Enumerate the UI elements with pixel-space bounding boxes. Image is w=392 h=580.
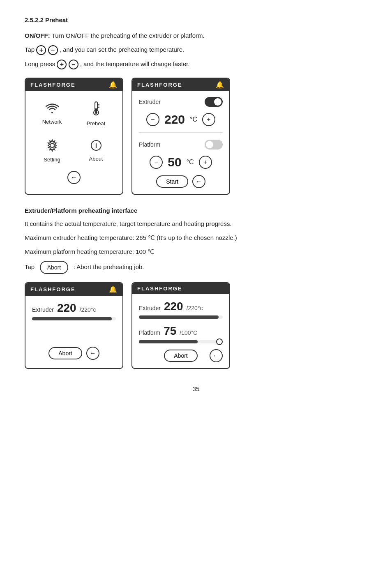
tap-prefix: Tap	[25, 46, 35, 53]
abort-button-1[interactable]: Abort	[48, 347, 82, 359]
progress-device-2: FLASHFORGE Extruder 220 /220°c Platform …	[131, 282, 230, 369]
platform-temp-row: − 50 °C +	[139, 155, 223, 169]
progress-device-1-body: Extruder 220 /220°c Abort ←	[25, 296, 122, 366]
extruder-current-p2: 220	[164, 300, 183, 313]
plus-circle: +	[36, 45, 46, 55]
progress-brand-2: FLASHFORGE	[137, 285, 182, 292]
divider	[139, 132, 223, 133]
section-title: 2.5.2.2 Preheat	[25, 16, 367, 23]
on-off-para: ON/OFF: Turn ON/OFF the preheating of th…	[25, 31, 367, 41]
minus-circle-2: −	[69, 60, 78, 69]
back-btn-row: ←	[32, 171, 116, 184]
page-number: 35	[25, 385, 367, 392]
tap-abort-prefix: Tap	[25, 263, 35, 270]
start-button[interactable]: Start	[156, 175, 188, 188]
menu-brand: FLASHFORGE	[30, 82, 76, 88]
extruder-plus-btn[interactable]: +	[202, 113, 215, 126]
platform-progress-row-2: Platform 75 /100°C	[139, 325, 223, 338]
abort-button-2[interactable]: Abort	[164, 350, 197, 362]
extruder-label-p1: Extruder	[32, 306, 54, 313]
extruder-progress-bar-1	[32, 317, 116, 320]
abort-inline-btn: Abort	[40, 261, 68, 274]
preheat-brand: FLASHFORGE	[137, 82, 182, 88]
extruder-progress-row-2: Extruder 220 /220°c	[139, 300, 223, 313]
back-button-p2[interactable]: ←	[210, 349, 223, 362]
back-button-preheat[interactable]: ←	[192, 175, 205, 188]
wifi-icon	[46, 103, 59, 117]
bell-icon-2: 🔔	[216, 81, 224, 89]
extruder-progress-row-1: Extruder 220 /220°c	[32, 302, 116, 315]
progress-device-2-body: Extruder 220 /220°c Platform 75 /100°C A…	[132, 294, 229, 368]
menu-grid: Network Preheat	[32, 97, 116, 167]
thermometer-icon	[91, 101, 101, 119]
on-off-label: ON/OFF:	[25, 32, 50, 39]
platform-progress-knob	[216, 338, 223, 345]
extruder-toggle[interactable]	[205, 97, 223, 107]
plus-circle-2: +	[57, 60, 67, 69]
progress-brand-1: FLASHFORGE	[30, 286, 76, 292]
devices-row-1: FLASHFORGE 🔔 Network	[25, 78, 367, 195]
bell-icon-3: 🔔	[109, 285, 118, 293]
desc1: It contains the actual temperature, targ…	[25, 219, 367, 229]
extruder-progress-fill-2	[139, 315, 219, 319]
menu-device-header: FLASHFORGE 🔔	[25, 78, 122, 91]
desc3: Maximum platform heating temperature: 10…	[25, 247, 367, 257]
sub-section-title: Extruder/Platform preheating interface	[25, 207, 367, 214]
svg-point-7	[50, 143, 54, 147]
progress-device-1: FLASHFORGE 🔔 Extruder 220 /220°c Abort ←	[25, 282, 123, 369]
extruder-target-p1: /220°c	[80, 306, 96, 313]
menu-item-network[interactable]: Network	[32, 97, 72, 131]
platform-plus-btn[interactable]: +	[199, 156, 212, 169]
info-icon: i	[90, 140, 102, 154]
abort-suffix: : Abort the preheating job.	[74, 263, 144, 270]
progress-device-2-header: FLASHFORGE	[132, 283, 229, 294]
extruder-label-p2: Extruder	[139, 305, 161, 311]
gear-icon	[46, 139, 59, 155]
svg-point-6	[95, 111, 97, 114]
platform-current-p2: 75	[164, 325, 176, 338]
bell-icon: 🔔	[109, 81, 118, 89]
desc2: Maximum extruder heating temperature: 26…	[25, 233, 367, 243]
long-press-text: , and the temperature will change faster…	[80, 60, 190, 67]
minus-circle: −	[48, 45, 58, 55]
platform-progress-fill-2	[139, 340, 198, 343]
extruder-minus-btn[interactable]: −	[146, 113, 159, 126]
preheat-settings-device: FLASHFORGE 🔔 Extruder − 220 °C + Platfor…	[131, 78, 230, 195]
tap-text: , and you can set the preheating tempera…	[60, 46, 184, 53]
back-button-p1[interactable]: ←	[86, 347, 99, 360]
preheat-device-body: Extruder − 220 °C + Platform − 50 °C +	[132, 91, 229, 194]
svg-text:i: i	[95, 142, 97, 149]
extruder-current-p1: 220	[57, 302, 76, 315]
extruder-progress-fill-1	[32, 317, 112, 320]
extruder-label: Extruder	[139, 99, 161, 105]
tap-line: Tap + − , and you can set the preheating…	[25, 45, 367, 55]
menu-device-body: Network Preheat	[25, 91, 122, 190]
platform-progress-bar-2	[139, 340, 223, 343]
platform-temp-unit: °C	[187, 159, 194, 166]
extruder-temp-unit: °C	[190, 116, 197, 123]
menu-label-network: Network	[42, 119, 62, 125]
long-prefix: Long press	[25, 60, 55, 67]
back-button-menu[interactable]: ←	[67, 171, 81, 184]
on-off-text: Turn ON/OFF the preheating of the extrud…	[52, 32, 205, 39]
platform-toggle[interactable]	[205, 140, 223, 150]
platform-minus-btn[interactable]: −	[150, 156, 163, 169]
menu-label-about: About	[89, 156, 103, 162]
extruder-target-p2: /220°c	[187, 305, 203, 311]
preheat-device-header: FLASHFORGE 🔔	[132, 78, 229, 91]
abort-row-1: Abort ←	[32, 347, 116, 360]
menu-label-preheat: Preheat	[87, 120, 106, 127]
menu-item-setting[interactable]: Setting	[32, 135, 72, 167]
platform-label-p2: Platform	[139, 329, 160, 336]
platform-temp-value: 50	[168, 155, 181, 169]
extruder-temp-value: 220	[164, 113, 185, 127]
menu-label-setting: Setting	[44, 157, 60, 163]
menu-item-preheat[interactable]: Preheat	[76, 97, 116, 131]
extruder-toggle-row: Extruder	[139, 97, 223, 107]
menu-device: FLASHFORGE 🔔 Network	[25, 78, 123, 195]
devices-row-2: FLASHFORGE 🔔 Extruder 220 /220°c Abort ←…	[25, 282, 367, 369]
extruder-progress-bar-2	[139, 315, 223, 319]
progress-device-1-header: FLASHFORGE 🔔	[25, 283, 122, 296]
platform-toggle-row: Platform	[139, 140, 223, 150]
menu-item-about[interactable]: i About	[76, 135, 116, 167]
